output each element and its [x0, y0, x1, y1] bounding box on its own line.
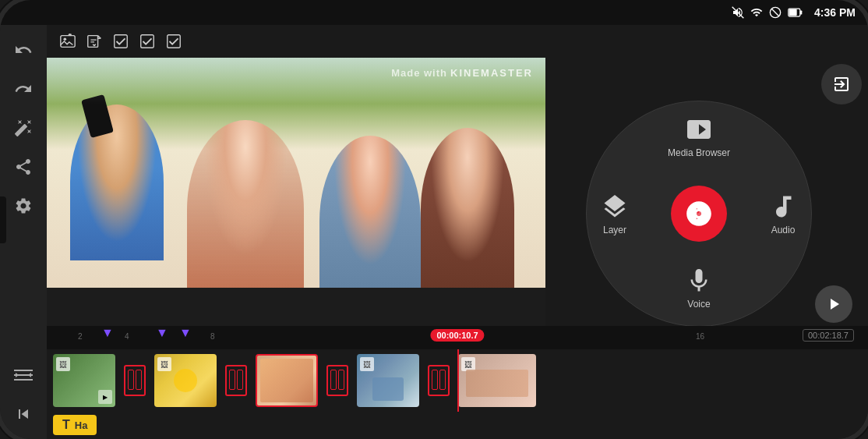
text-clip-icon: T — [62, 418, 70, 432]
voice-label: Voice — [687, 299, 710, 310]
transition-3[interactable] — [321, 354, 354, 407]
clip-5[interactable]: 🖼 — [458, 354, 536, 407]
svg-marker-15 — [16, 373, 19, 377]
status-time: 4:36 PM — [814, 6, 856, 19]
status-bar: 4:36 PM — [0, 0, 868, 25]
layers-button[interactable] — [6, 358, 41, 392]
battery-icon — [788, 7, 803, 18]
mute-icon — [732, 6, 744, 19]
transition-1[interactable] — [118, 354, 151, 407]
watermark: Made with KINEMASTER — [391, 67, 533, 79]
layer-label: Layer — [603, 225, 626, 235]
effects-button[interactable] — [6, 111, 41, 145]
voice-button[interactable]: Voice — [684, 266, 714, 310]
rewind-button[interactable] — [6, 397, 41, 431]
audio-label: Audio — [771, 225, 796, 235]
text-clip-label: Ha — [75, 420, 88, 431]
speaker-bump — [0, 196, 6, 243]
blocked-icon — [769, 6, 782, 19]
current-time-badge: 00:00:10.7 — [430, 329, 484, 342]
media-browser-button[interactable]: Media Browser — [668, 115, 730, 158]
exit-button[interactable] — [821, 64, 862, 104]
svg-line-2 — [771, 9, 778, 16]
video-preview: Made with KINEMASTER — [47, 58, 545, 288]
wifi-icon — [750, 6, 763, 19]
clip-1-icon: 🖼 — [56, 357, 70, 371]
checkbox-1-icon[interactable] — [112, 33, 129, 50]
audio-button[interactable]: Audio — [768, 192, 798, 235]
timeline-area: 2 ▼ 4 ▼ ▼ 8 00:00:10.7 16 00:02:18.7 — [47, 326, 868, 439]
playhead — [457, 349, 459, 412]
media-browser-icon — [684, 115, 714, 144]
redo-button[interactable] — [6, 72, 41, 106]
svg-rect-11 — [168, 35, 181, 48]
checkbox-3-icon[interactable] — [165, 33, 182, 50]
media-browser-label: Media Browser — [668, 147, 730, 158]
clip-1[interactable]: 🖼 ▶ — [53, 354, 115, 407]
text-track: T Ha — [47, 412, 868, 438]
left-sidebar — [0, 25, 47, 439]
svg-rect-6 — [61, 36, 75, 48]
transition-2[interactable] — [220, 354, 252, 407]
record-button[interactable] — [671, 186, 727, 242]
status-icons: 4:36 PM — [732, 6, 856, 19]
transition-4[interactable] — [422, 354, 455, 407]
svg-point-7 — [64, 37, 67, 41]
top-toolbar — [47, 25, 868, 58]
layer-button[interactable]: Layer — [600, 192, 630, 235]
svg-rect-5 — [800, 11, 803, 15]
clip-strip: 🖼 ▶ 🖼 — [47, 349, 868, 412]
timecode-ruler: 2 ▼ 4 ▼ ▼ 8 00:00:10.7 16 00:02:18.7 — [47, 326, 868, 349]
end-time-badge: 00:02:18.7 — [803, 329, 854, 342]
clip-2[interactable]: 🖼 — [154, 354, 217, 407]
right-panel: Media Browser Layer — [545, 58, 868, 346]
clip-4-icon: 🖼 — [360, 357, 374, 371]
play-button[interactable] — [815, 285, 852, 323]
device-frame: 4:36 PM — [0, 0, 868, 439]
clip-3[interactable] — [256, 354, 318, 407]
svg-rect-4 — [789, 9, 797, 16]
image-import-icon[interactable] — [59, 33, 76, 50]
export-icon[interactable] — [86, 33, 103, 50]
circular-menu: Media Browser Layer — [586, 101, 812, 327]
svg-rect-10 — [141, 35, 154, 48]
svg-rect-8 — [88, 36, 98, 48]
preview-image — [47, 58, 545, 288]
svg-rect-9 — [115, 35, 128, 48]
layer-icon — [600, 192, 630, 221]
share-button[interactable] — [6, 150, 41, 184]
undo-button[interactable] — [6, 33, 41, 67]
audio-icon — [768, 192, 798, 221]
watermark-brand: KINEMASTER — [450, 67, 533, 79]
text-clip[interactable]: T Ha — [53, 415, 97, 435]
svg-marker-16 — [28, 373, 31, 377]
voice-icon — [684, 266, 714, 296]
settings-button[interactable] — [6, 189, 41, 223]
clip-2-icon: 🖼 — [157, 357, 171, 371]
clip-4[interactable]: 🖼 — [357, 354, 419, 407]
checkbox-2-icon[interactable] — [139, 33, 156, 50]
